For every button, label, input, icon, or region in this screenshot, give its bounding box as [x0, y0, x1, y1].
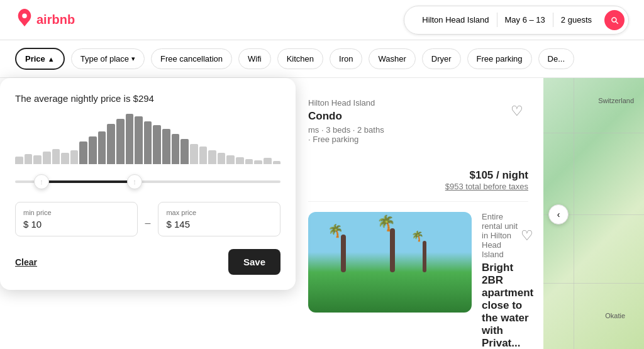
histogram-bar: [15, 157, 23, 164]
logo-text: airbnb: [36, 13, 75, 27]
filter-type-of-place[interactable]: Type of place ▾: [71, 48, 145, 69]
favorite-button[interactable]: ♡: [511, 103, 523, 119]
map-panel: ‹ Switzerland Okatie: [543, 78, 644, 349]
main-content: The average nightly price is $294: [0, 78, 644, 349]
listing-info-col: Entire rental unit in Hilton Head Island…: [482, 212, 533, 349]
listing-price: $105 / night: [308, 169, 528, 182]
chevron-up-icon: ▲: [48, 55, 55, 63]
filter-free-cancellation[interactable]: Free cancellation: [151, 48, 232, 69]
listing-header-row: Entire rental unit in Hilton Head Island…: [482, 212, 533, 259]
max-price-input[interactable]: max price $ 145: [158, 202, 280, 236]
histogram-bar: [61, 153, 69, 164]
filter-free-parking[interactable]: Free parking: [467, 48, 532, 69]
listing-details-col: Hilton Head Island Condo ms · 3 beds · 2…: [308, 98, 384, 144]
search-guests[interactable]: 2 guests: [553, 13, 599, 27]
listing-price-right: $105 / night $953 total before taxes: [308, 169, 528, 191]
histogram-bar: [153, 125, 161, 164]
listing-info-area: Hilton Head Island Condo ms · 3 beds · 2…: [308, 98, 528, 191]
thumb-lines-icon: ⋮: [39, 179, 44, 185]
filter-washer[interactable]: Washer: [369, 48, 415, 69]
price-inputs: min price $ 10 – max price $ 145: [15, 202, 280, 236]
min-price-value: $ 10: [23, 219, 130, 230]
histogram-bar: [208, 150, 216, 164]
histogram-bar: [135, 116, 143, 164]
slider-max-thumb[interactable]: ⋮: [127, 174, 142, 189]
histogram-bar: [236, 157, 244, 164]
filter-iron[interactable]: Iron: [330, 48, 362, 69]
price-dash: –: [145, 218, 151, 229]
map-back-button[interactable]: ‹: [548, 204, 569, 224]
max-price-label: max price: [166, 209, 272, 216]
listing-location: Hilton Head Island: [308, 98, 384, 108]
listing-beds-baths: ms · 3 beds · 2 baths: [308, 125, 384, 135]
histogram-bar: [172, 134, 180, 164]
map-label-switzerland: Switzerland: [598, 97, 634, 104]
map-label-okatie: Okatie: [605, 312, 625, 319]
histogram-bar: [89, 136, 97, 164]
search-bar[interactable]: Hilton Head Island May 6 – 13 2 guests: [404, 6, 629, 35]
histogram: [15, 114, 280, 164]
histogram-bar: [25, 154, 33, 164]
clear-button[interactable]: Clear: [15, 257, 37, 267]
listing-location: Entire rental unit in Hilton Head Island: [482, 212, 521, 259]
histogram-bar: [98, 131, 106, 164]
filter-dryer[interactable]: Dryer: [422, 48, 461, 69]
listing-title: Condo: [308, 110, 384, 123]
histogram-bar: [70, 150, 79, 164]
airbnb-logo-icon: [15, 8, 34, 31]
histogram-bar: [162, 129, 170, 164]
histogram-bar: [107, 124, 115, 164]
filter-kitchen[interactable]: Kitchen: [277, 48, 323, 69]
favorite-button[interactable]: ♡: [521, 212, 533, 259]
header: airbnb Hilton Head Island May 6 – 13 2 g…: [0, 0, 644, 40]
map-background: ‹ Switzerland Okatie: [543, 78, 644, 349]
filter-price[interactable]: Price ▲: [15, 48, 65, 70]
listing-card: 🌴 🌴 🌴 Entire rental unit in Hilton Head …: [308, 202, 528, 349]
histogram-bar: [218, 153, 226, 164]
histogram-bar: [264, 158, 272, 164]
histogram-bar: [180, 139, 189, 164]
histogram-bar: [79, 141, 87, 164]
listing-title: Bright 2BR apartment close to the water …: [482, 262, 533, 349]
slider-fill: [42, 180, 135, 183]
search-dates[interactable]: May 6 – 13: [497, 13, 553, 27]
histogram-bar: [52, 149, 60, 164]
slider-min-thumb[interactable]: ⋮: [34, 174, 49, 189]
histogram-bar: [226, 155, 235, 164]
popup-footer: Clear Save: [15, 249, 280, 275]
filter-more[interactable]: De...: [538, 48, 574, 69]
popup-title: The average nightly price is $294: [15, 93, 280, 104]
search-button[interactable]: [604, 10, 625, 30]
histogram-bar: [199, 147, 208, 164]
price-popup: The average nightly price is $294: [0, 78, 296, 290]
histogram-bar: [245, 159, 253, 164]
max-price-value: $ 145: [166, 219, 272, 230]
filter-bar: Price ▲ Type of place ▾ Free cancellatio…: [0, 40, 644, 78]
filter-wifi[interactable]: Wifi: [238, 48, 271, 69]
logo[interactable]: airbnb: [15, 8, 75, 31]
histogram-bar: [126, 114, 134, 164]
thumb-lines-icon: ⋮: [132, 179, 137, 185]
histogram-bar: [43, 152, 51, 164]
chevron-down-icon: ▾: [131, 55, 135, 63]
listing-total: $953 total before taxes: [308, 182, 528, 191]
histogram-bar: [254, 160, 262, 164]
listing-header: Hilton Head Island Condo ms · 3 beds · 2…: [308, 98, 528, 144]
histogram-bar: [144, 121, 152, 164]
listing-price-area: $105 / night $953 total before taxes: [308, 169, 528, 191]
save-button[interactable]: Save: [228, 249, 280, 275]
histogram-bar: [33, 155, 42, 164]
search-location[interactable]: Hilton Head Island: [414, 13, 497, 27]
listing-thumbnail: 🌴 🌴 🌴: [308, 212, 472, 313]
histogram-bar: [116, 119, 125, 164]
listing-amenities: · Free parking: [308, 135, 384, 144]
histogram-bar: [273, 161, 281, 164]
min-price-label: min price: [23, 209, 130, 216]
listing-card: Hilton Head Island Condo ms · 3 beds · 2…: [308, 88, 528, 202]
min-price-input[interactable]: min price $ 10: [15, 202, 138, 236]
histogram-bar: [190, 144, 198, 164]
price-slider[interactable]: ⋮ ⋮: [15, 174, 280, 189]
